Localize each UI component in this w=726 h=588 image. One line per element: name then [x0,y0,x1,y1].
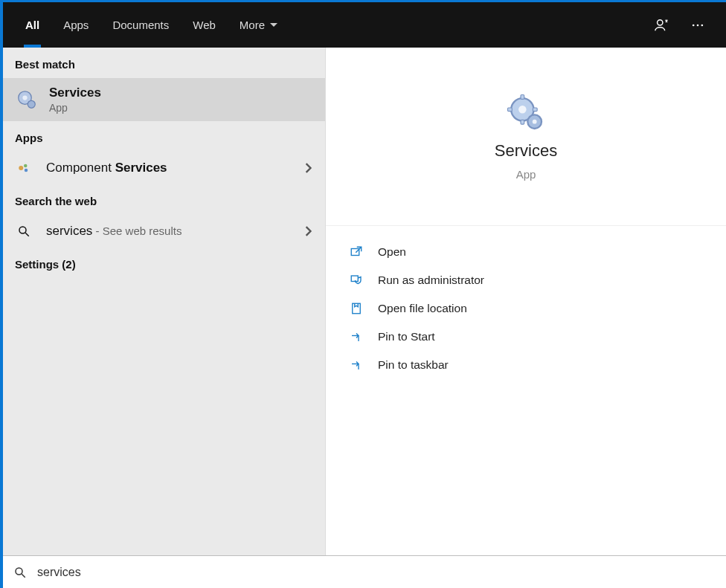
chevron-down-icon [269,21,278,30]
search-input[interactable] [37,566,716,579]
svg-point-23 [16,568,22,575]
search-icon [13,566,27,579]
action-open-file-location[interactable]: Open file location [344,294,708,323]
action-label: Open file location [378,302,467,315]
result-web-search[interactable]: services - See web results [3,215,325,248]
svg-point-1 [693,24,695,26]
tab-label: All [25,19,39,31]
results-pane: Best match Services App Apps [3,48,326,555]
chevron-right-icon[interactable] [303,226,313,236]
tab-web[interactable]: Web [181,3,228,48]
svg-point-13 [518,106,527,114]
open-icon [348,245,364,259]
svg-rect-14 [521,95,524,100]
detail-pane: Services App Open Run as administrator [326,48,726,555]
tab-label: Apps [63,19,89,31]
action-label: Open [378,245,406,259]
svg-rect-22 [353,303,361,314]
services-gear-icon [505,92,547,134]
svg-rect-20 [351,249,359,256]
svg-rect-16 [508,108,513,112]
result-label: services - See web results [46,224,289,239]
svg-line-11 [25,233,29,236]
search-tab-bar: All Apps Documents Web More [3,0,726,48]
search-bar[interactable] [3,555,726,588]
web-hint: - See web results [92,224,182,237]
svg-point-8 [24,164,28,168]
svg-rect-17 [533,108,537,112]
shield-icon [348,274,364,287]
svg-rect-15 [521,120,524,124]
detail-title: Services [495,141,557,161]
tab-documents[interactable]: Documents [100,3,181,48]
result-best-match[interactable]: Services App [3,78,325,121]
section-apps: Apps [3,121,325,152]
result-component-services[interactable]: Component Services [3,152,325,184]
svg-point-7 [19,166,23,170]
svg-point-19 [533,120,537,124]
action-label: Pin to Start [378,330,435,343]
svg-point-10 [19,227,26,233]
label-bold: Services [115,161,167,175]
svg-point-3 [701,24,704,26]
tab-label: Web [193,19,216,31]
feedback-icon[interactable] [644,7,680,43]
web-query: services [46,224,92,238]
component-services-icon [15,161,33,175]
svg-rect-21 [351,276,358,282]
action-run-as-admin[interactable]: Run as administrator [344,266,708,294]
label-prefix: Component [46,161,115,175]
pin-icon [348,330,364,343]
folder-icon [348,302,364,315]
tab-label: More [240,19,265,31]
pin-icon [348,358,364,372]
action-label: Pin to taskbar [378,358,449,372]
svg-line-24 [22,574,25,578]
svg-point-6 [28,100,35,108]
tab-more[interactable]: More [228,3,290,48]
action-label: Run as administrator [378,274,484,287]
svg-point-2 [697,24,699,26]
section-search-web: Search the web [3,184,325,215]
detail-subtitle: App [516,168,536,181]
tab-apps[interactable]: Apps [51,3,100,48]
search-icon [15,224,33,238]
section-settings[interactable]: Settings (2) [3,248,325,278]
chevron-right-icon[interactable] [303,163,313,173]
action-pin-to-start[interactable]: Pin to Start [344,323,708,351]
best-match-title: Services [49,85,101,100]
tab-all[interactable]: All [13,3,51,48]
more-options-icon[interactable] [680,7,716,43]
action-pin-to-taskbar[interactable]: Pin to taskbar [344,351,708,379]
tab-label: Documents [112,19,169,31]
best-match-subtitle: App [49,102,101,114]
result-label: Component Services [46,161,289,175]
svg-point-5 [22,95,27,100]
svg-point-0 [658,19,663,25]
svg-point-9 [25,169,28,172]
section-best-match: Best match [3,48,325,78]
services-gear-icon [15,88,39,112]
action-open[interactable]: Open [344,238,708,266]
